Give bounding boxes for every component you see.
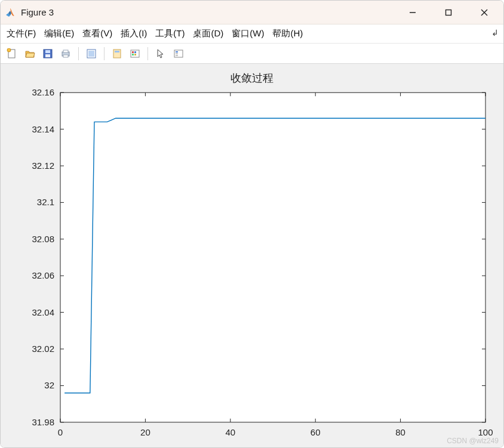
menu-desktop[interactable]: 桌面(D) <box>193 28 223 39</box>
menu-insert[interactable]: 插入(I) <box>121 28 147 39</box>
svg-rect-17 <box>132 51 134 53</box>
x-tick-label: 100 <box>478 427 493 437</box>
insert-legend-button[interactable] <box>171 46 186 61</box>
link-icon <box>112 48 122 59</box>
plot-area: 02040608010031.983232.0232.0432.0632.083… <box>1 64 503 447</box>
x-tick-label: 40 <box>225 427 235 437</box>
svg-point-5 <box>7 48 11 52</box>
menu-tools[interactable]: 工具(T) <box>155 28 185 39</box>
minimize-button[interactable] <box>397 2 428 23</box>
close-button[interactable] <box>469 2 500 23</box>
chart-svg: 02040608010031.983232.0232.0432.0632.083… <box>1 64 503 447</box>
menu-file[interactable]: 文件(F) <box>7 28 36 39</box>
x-tick-label: 80 <box>395 427 405 437</box>
menu-help[interactable]: 帮助(H) <box>272 28 303 39</box>
matlab-icon <box>4 7 16 18</box>
colorbar-icon <box>130 48 140 59</box>
svg-rect-1 <box>446 10 451 15</box>
print-icon <box>60 48 71 59</box>
print-button[interactable] <box>58 46 73 61</box>
edit-plot-button[interactable] <box>84 46 99 61</box>
save-icon <box>42 48 53 59</box>
menu-view[interactable]: 查看(V) <box>82 28 112 39</box>
svg-rect-10 <box>63 50 68 52</box>
y-tick-label: 32.16 <box>32 87 54 97</box>
save-button[interactable] <box>40 46 56 61</box>
y-tick-label: 32.02 <box>32 344 54 354</box>
new-figure-icon <box>7 48 17 59</box>
figure-window: Figure 3 文件(F) 编辑(E) 查看(V) 插入(I) 工具(T) 桌… <box>0 0 504 448</box>
y-tick-label: 32.14 <box>32 124 54 134</box>
maximize-button[interactable] <box>433 2 464 23</box>
toolbar-separator <box>104 47 105 60</box>
y-tick-label: 31.98 <box>32 417 54 427</box>
menu-overflow-icon[interactable]: ↲ <box>491 28 499 38</box>
toolbar-separator <box>147 47 148 60</box>
edit-plot-icon <box>86 48 97 59</box>
svg-rect-11 <box>63 55 68 57</box>
new-figure-button[interactable] <box>4 46 20 61</box>
y-tick-label: 32.1 <box>37 197 54 207</box>
cursor-button[interactable] <box>153 46 168 61</box>
menubar: 文件(F) 编辑(E) 查看(V) 插入(I) 工具(T) 桌面(D) 窗口(W… <box>1 24 503 44</box>
insert-colorbar-button[interactable] <box>127 46 143 61</box>
toolbar <box>1 44 503 64</box>
y-tick-label: 32.08 <box>32 234 54 244</box>
y-tick-label: 32.12 <box>32 160 54 171</box>
svg-rect-13 <box>88 51 94 57</box>
window-title: Figure 3 <box>21 7 54 17</box>
insert-legend-icon <box>173 48 184 59</box>
toolbar-separator <box>78 47 79 60</box>
cursor-icon <box>155 48 166 59</box>
link-axes-button[interactable] <box>109 46 125 61</box>
svg-rect-18 <box>134 51 136 53</box>
svg-rect-26 <box>60 92 485 422</box>
x-tick-label: 0 <box>58 427 63 437</box>
open-icon <box>24 48 35 59</box>
x-tick-label: 60 <box>311 427 321 437</box>
menu-edit[interactable]: 编辑(E) <box>44 28 74 39</box>
open-button[interactable] <box>22 46 38 61</box>
svg-rect-20 <box>134 54 136 55</box>
menu-window[interactable]: 窗口(W) <box>232 28 264 39</box>
svg-rect-7 <box>45 50 50 53</box>
svg-rect-19 <box>132 54 134 55</box>
y-tick-label: 32.04 <box>32 307 54 317</box>
svg-rect-8 <box>45 54 50 57</box>
x-tick-label: 20 <box>140 427 150 437</box>
y-tick-label: 32 <box>44 380 54 390</box>
titlebar: Figure 3 <box>1 1 503 24</box>
svg-rect-15 <box>115 51 119 52</box>
chart-title: 收敛过程 <box>231 72 273 84</box>
y-tick-label: 32.06 <box>32 270 54 280</box>
